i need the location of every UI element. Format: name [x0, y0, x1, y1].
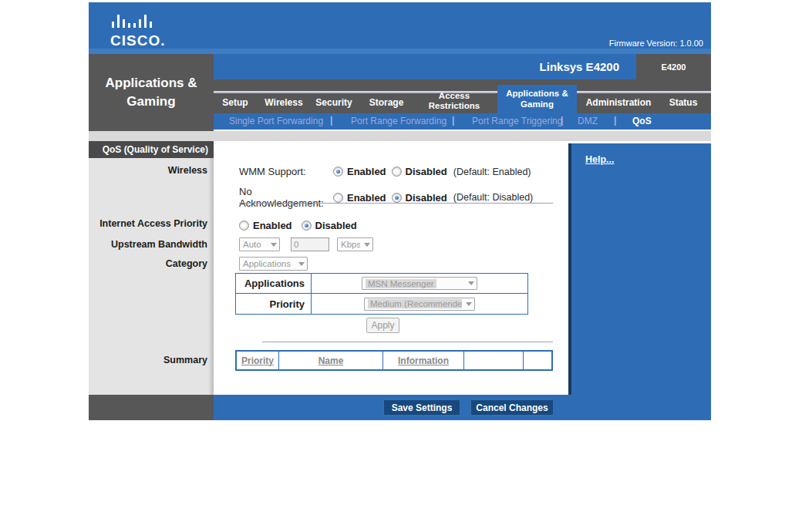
wmm-support-label: WMM Support:: [239, 166, 333, 177]
subnav-port-range-forwarding[interactable]: Port Range Forwarding: [351, 116, 446, 126]
brand-name: Linksys E4200: [540, 60, 619, 73]
firmware-version: Firmware Version: 1.0.00: [609, 39, 703, 48]
sidebar-footer-block: [89, 395, 214, 420]
no-ack-disabled-label: Disabled: [406, 192, 447, 204]
cisco-logo: CISCO.: [110, 12, 165, 49]
help-link[interactable]: Help...: [585, 154, 615, 165]
table-row: Priority Medium (Recommended): [236, 294, 527, 314]
upstream-unit-select[interactable]: Kbps: [337, 237, 373, 251]
summary-name-link[interactable]: Name: [318, 355, 344, 366]
no-ack-disabled-radio[interactable]: [392, 193, 402, 203]
subnav-separator: |: [561, 115, 563, 126]
no-ack-default-note: (Default: Disabled): [453, 192, 534, 203]
iap-enabled-label: Enabled: [253, 220, 292, 231]
summary-table: Priority Name Information: [235, 350, 553, 371]
upstream-unit-value: Kbps: [341, 240, 360, 249]
cisco-logo-text: CISCO.: [110, 32, 165, 49]
category-value: Applications: [243, 259, 291, 268]
subnav-single-port-forwarding[interactable]: Single Port Forwarding: [229, 116, 323, 126]
page-title: Applications & Gaming: [89, 54, 214, 131]
sidebar-label-wireless: Wireless: [89, 165, 207, 176]
header-accent-strip: [89, 49, 711, 54]
chevron-down-icon: [466, 302, 472, 306]
priority-select[interactable]: Medium (Recommended): [364, 298, 475, 311]
tab-administration[interactable]: Administration: [581, 93, 656, 113]
no-ack-enabled-radio[interactable]: [333, 193, 343, 203]
iap-enabled-radio[interactable]: [239, 221, 249, 231]
priority-select-value: Medium (Recommended): [368, 299, 462, 308]
page-gap-strip: [89, 131, 711, 141]
category-select[interactable]: Applications: [239, 257, 308, 271]
chevron-down-icon: [271, 243, 277, 247]
save-settings-button[interactable]: Save Settings: [383, 399, 460, 416]
no-ack-row: No Acknowledgement: Enabled Disabled (De…: [239, 186, 563, 209]
summary-empty-cell: [464, 352, 524, 369]
wmm-support-row: WMM Support: Enabled Disabled (Default: …: [239, 166, 563, 177]
wmm-default-note: (Default: Enabled): [453, 167, 531, 177]
subnav-dmz[interactable]: DMZ: [578, 116, 598, 126]
applications-select-value: MSN Messenger: [366, 279, 436, 288]
summary-section-divider: [262, 342, 553, 342]
tab-storage[interactable]: Storage: [360, 93, 413, 113]
summary-header-name: Name: [279, 352, 383, 369]
tab-status[interactable]: Status: [659, 93, 707, 113]
subnav-qos[interactable]: QoS: [632, 116, 652, 126]
chevron-down-icon: [468, 281, 474, 285]
sidebar-label-summary: Summary: [89, 355, 207, 365]
upstream-bandwidth-input[interactable]: [291, 237, 329, 251]
no-ack-label: No Acknowledgement:: [239, 186, 333, 209]
subnav-separator: |: [452, 115, 454, 126]
tab-security[interactable]: Security: [311, 93, 357, 113]
help-panel: Help...: [568, 143, 711, 395]
application-priority-table: Applications MSN Messenger Priority Medi…: [235, 273, 528, 315]
cisco-bridge-icon: [110, 12, 158, 29]
summary-empty-cell: [524, 352, 551, 369]
wmm-disabled-radio[interactable]: [392, 167, 402, 177]
sidebar-label-internet-access-priority: Internet Access Priority: [89, 218, 207, 229]
section-header: QoS (Quality of Service): [89, 141, 214, 158]
subnav-separator: |: [614, 115, 616, 126]
wmm-enabled-label: Enabled: [347, 166, 386, 177]
model-label: E4200: [662, 62, 686, 72]
footer-bar: [214, 395, 711, 420]
summary-header-information: Information: [383, 352, 464, 369]
model-badge: E4200: [636, 54, 711, 79]
apply-button[interactable]: Apply: [366, 318, 399, 333]
iap-disabled-label: Disabled: [315, 220, 357, 231]
upstream-mode-select[interactable]: Auto: [239, 237, 280, 251]
chevron-down-icon: [298, 262, 305, 266]
applications-row-label: Applications: [236, 274, 312, 293]
table-row: Applications MSN Messenger: [236, 274, 527, 294]
sidebar-label-upstream-bandwidth: Upstream Bandwidth: [89, 239, 207, 250]
cancel-changes-button[interactable]: Cancel Changes: [470, 399, 554, 416]
router-admin-window: CISCO. Firmware Version: 1.0.00 Applicat…: [89, 2, 711, 420]
subnav-separator: |: [330, 115, 332, 126]
internet-access-priority-row: Enabled Disabled: [239, 220, 440, 231]
tab-setup[interactable]: Setup: [212, 93, 258, 113]
summary-priority-link[interactable]: Priority: [241, 355, 274, 366]
applications-select[interactable]: MSN Messenger: [362, 277, 477, 290]
chevron-down-icon: [364, 243, 370, 247]
summary-information-link[interactable]: Information: [398, 355, 449, 366]
wireless-section-divider: [239, 203, 553, 204]
sidebar-label-category: Category: [89, 258, 207, 269]
priority-row-label: Priority: [236, 294, 312, 314]
subnav-port-range-triggering[interactable]: Port Range Triggering: [472, 116, 562, 126]
summary-header-priority: Priority: [237, 352, 279, 369]
brand-banner: Linksys E4200: [214, 54, 636, 79]
tab-access-restrictions[interactable]: Access Restrictions: [416, 89, 492, 113]
upstream-mode-value: Auto: [243, 240, 261, 249]
tab-applications-gaming[interactable]: Applications & Gaming: [497, 85, 577, 113]
wmm-disabled-label: Disabled: [406, 166, 447, 177]
no-ack-enabled-label: Enabled: [347, 192, 386, 204]
wmm-enabled-radio[interactable]: [333, 167, 343, 177]
iap-disabled-radio[interactable]: [302, 221, 312, 231]
tab-wireless[interactable]: Wireless: [260, 93, 308, 113]
